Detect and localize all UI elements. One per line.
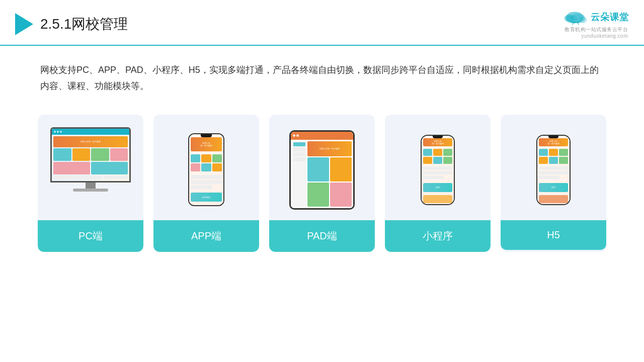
card-pad: 职通人的第一堂兴趣课 PAD端 (269, 115, 375, 252)
logo-area: 云朵课堂 教育机构一站式服务云平台 yunduoketang.com (564, 9, 629, 39)
card-miniapp-label: 小程序 (385, 220, 491, 252)
card-pc: 职通人的第一堂兴趣课 (38, 115, 143, 252)
card-app-image: 职通人的第一堂兴趣课 (153, 115, 259, 220)
card-pc-label: PC端 (38, 220, 143, 252)
logo-cloud: 云朵课堂 (564, 9, 629, 25)
play-icon (15, 13, 33, 35)
card-miniapp: 职通人的第一堂兴趣课 (385, 115, 491, 252)
pad-tablet-mockup: 职通人的第一堂兴趣课 (289, 130, 355, 210)
card-pad-image: 职通人的第一堂兴趣课 (269, 115, 375, 220)
header: 2.5.1网校管理 云朵课堂 教育机构一站式服务云平台 yunduoketang… (0, 0, 644, 46)
logo-tagline: 教育机构一站式服务云平台 yunduoketang.com (565, 26, 628, 39)
card-pad-label: PAD端 (269, 220, 375, 252)
cloud-logo-icon (564, 9, 588, 25)
header-left: 2.5.1网校管理 (15, 13, 128, 35)
card-app-label: APP端 (153, 220, 259, 252)
card-pc-image: 职通人的第一堂兴趣课 (38, 115, 143, 220)
cards-container: 职通人的第一堂兴趣课 (0, 105, 644, 267)
card-h5: 职通人的第一堂兴趣课 (501, 115, 606, 252)
card-h5-label: H5 (501, 220, 606, 250)
description-text: 网校支持PC、APP、PAD、小程序、H5，实现多端打通，产品各终端自由切换，数… (0, 46, 644, 105)
h5-phone-mockup: 职通人的第一堂兴趣课 (536, 135, 571, 205)
logo-name: 云朵课堂 (591, 11, 629, 23)
miniapp-phone-mockup: 职通人的第一堂兴趣课 (421, 135, 455, 205)
app-phone-mockup: 职通人的第一堂兴趣课 (188, 133, 224, 206)
svg-point-4 (565, 15, 574, 22)
card-miniapp-image: 职通人的第一堂兴趣课 (385, 115, 491, 220)
page-title: 2.5.1网校管理 (40, 15, 128, 34)
card-app: 职通人的第一堂兴趣课 (153, 115, 259, 252)
card-h5-image: 职通人的第一堂兴趣课 (501, 115, 606, 220)
pc-mockup: 职通人的第一堂兴趣课 (48, 127, 133, 213)
